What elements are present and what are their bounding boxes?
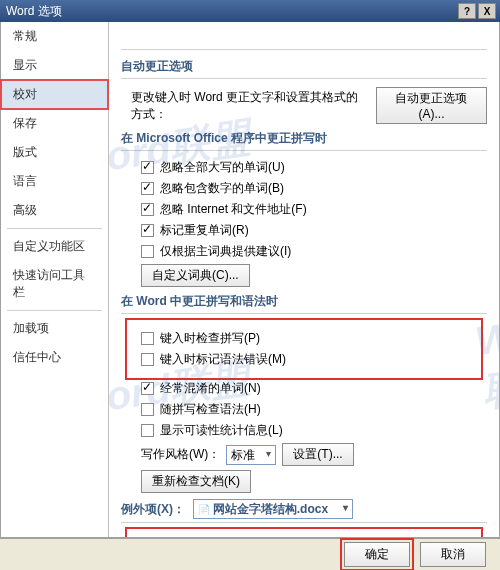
- icon-row: [121, 28, 487, 50]
- sidebar-item-proofing[interactable]: 校对: [1, 80, 108, 109]
- main-panel: Word联盟 Word联盟 Word联盟 自动更正选项 更改键入时 Word 更…: [109, 22, 499, 537]
- sidebar-item-general[interactable]: 常规: [1, 22, 108, 51]
- sidebar-item-addins[interactable]: 加载项: [1, 314, 108, 343]
- checkbox-grammar-with-spell[interactable]: [141, 403, 154, 416]
- label-flag-repeated: 标记重复单词(R): [160, 222, 249, 239]
- cancel-button[interactable]: 取消: [420, 542, 486, 567]
- label-ignore-internet: 忽略 Internet 和文件地址(F): [160, 201, 307, 218]
- exceptions-document-select[interactable]: 📄 网站金字塔结构.docx: [193, 499, 353, 519]
- highlighted-exceptions-group: 只隐藏此文档中的拼写错误(S) 只隐藏此文档中的语法错误(D): [129, 531, 479, 537]
- sidebar-item-quick-access[interactable]: 快速访问工具栏: [1, 261, 108, 307]
- label-ignore-uppercase: 忽略全部大写的单词(U): [160, 159, 285, 176]
- label-mark-grammar: 键入时标记语法错误(M): [160, 351, 286, 368]
- close-icon[interactable]: X: [478, 3, 496, 19]
- recheck-document-button[interactable]: 重新检查文档(K): [141, 470, 251, 493]
- dialog-footer: 确定 取消: [0, 538, 500, 570]
- highlighted-spellcheck-group: 键入时检查拼写(P) 键入时标记语法错误(M): [129, 322, 479, 376]
- checkbox-main-dict-only[interactable]: [141, 245, 154, 258]
- settings-button[interactable]: 设置(T)...: [282, 443, 353, 466]
- sidebar-item-advanced[interactable]: 高级: [1, 196, 108, 225]
- checkbox-confused-words[interactable]: [141, 382, 154, 395]
- checkbox-check-spelling[interactable]: [141, 332, 154, 345]
- sidebar-item-save[interactable]: 保存: [1, 109, 108, 138]
- sidebar-item-customize-ribbon[interactable]: 自定义功能区: [1, 232, 108, 261]
- sidebar-item-display[interactable]: 显示: [1, 51, 108, 80]
- sidebar: 常规 显示 校对 保存 版式 语言 高级 自定义功能区 快速访问工具栏 加载项 …: [1, 22, 109, 537]
- label-main-dict-only: 仅根据主词典提供建议(I): [160, 243, 291, 260]
- checkbox-readability[interactable]: [141, 424, 154, 437]
- checkbox-ignore-uppercase[interactable]: [141, 161, 154, 174]
- label-check-spelling: 键入时检查拼写(P): [160, 330, 260, 347]
- section-office-spell-title: 在 Microsoft Office 程序中更正拼写时: [121, 130, 487, 151]
- section-exceptions-title: 例外项(X)： 📄 网站金字塔结构.docx: [121, 499, 487, 523]
- autocorrect-label: 更改键入时 Word 更正文字和设置其格式的方式：: [131, 89, 370, 123]
- autocorrect-row: 更改键入时 Word 更正文字和设置其格式的方式： 自动更正选项(A)...: [131, 87, 487, 124]
- help-icon[interactable]: ?: [458, 3, 476, 19]
- label-readability: 显示可读性统计信息(L): [160, 422, 283, 439]
- window-title: Word 选项: [6, 3, 62, 20]
- custom-dictionaries-button[interactable]: 自定义词典(C)...: [141, 264, 250, 287]
- checkbox-ignore-digits[interactable]: [141, 182, 154, 195]
- writing-style-label: 写作风格(W)：: [141, 446, 220, 463]
- sidebar-item-trust-center[interactable]: 信任中心: [1, 343, 108, 372]
- dialog-content: 常规 显示 校对 保存 版式 语言 高级 自定义功能区 快速访问工具栏 加载项 …: [0, 22, 500, 538]
- autocorrect-options-button[interactable]: 自动更正选项(A)...: [376, 87, 487, 124]
- ok-button[interactable]: 确定: [344, 542, 410, 567]
- sidebar-item-language[interactable]: 语言: [1, 167, 108, 196]
- label-confused-words: 经常混淆的单词(N): [160, 380, 261, 397]
- sidebar-item-layout[interactable]: 版式: [1, 138, 108, 167]
- exceptions-label: 例外项(X)：: [121, 501, 185, 518]
- checkbox-flag-repeated[interactable]: [141, 224, 154, 237]
- checkbox-ignore-internet[interactable]: [141, 203, 154, 216]
- section-word-spell-title: 在 Word 中更正拼写和语法时: [121, 293, 487, 314]
- title-bar: Word 选项 ? X: [0, 0, 500, 22]
- writing-style-select[interactable]: 标准: [226, 445, 276, 465]
- section-autocorrect-title: 自动更正选项: [121, 58, 487, 79]
- label-ignore-digits: 忽略包含数字的单词(B): [160, 180, 284, 197]
- checkbox-mark-grammar[interactable]: [141, 353, 154, 366]
- label-grammar-with-spell: 随拼写检查语法(H): [160, 401, 261, 418]
